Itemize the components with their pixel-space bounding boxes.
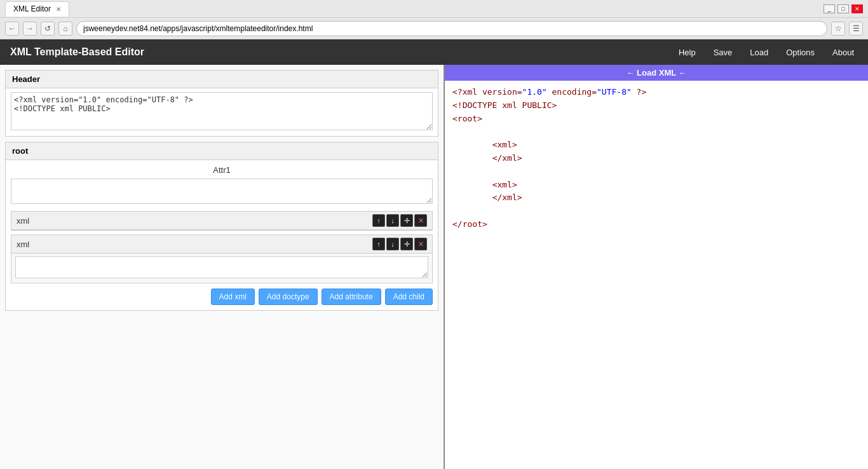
menu-help[interactable]: Help [675, 45, 700, 60]
add-child-btn[interactable]: Add child [385, 289, 433, 305]
xml-element-name-2: xml [17, 240, 372, 249]
elem-settings-btn-1[interactable]: ✕ [414, 214, 427, 227]
attr-label: Attr1 [213, 165, 230, 175]
xml-declaration: <?xml version="1.0" encoding="UTF-8" ?> [452, 87, 646, 97]
browser-toolbar: ← → ↺ ⌂ ☆ ☰ [0, 18, 868, 39]
app-body: Header <?xml version="1.0" encoding="UTF… [0, 65, 868, 469]
root-section-body: Attr1 xml ↑ ↓ ✛ ✕ [6, 160, 438, 310]
element-buttons-2: ↑ ↓ ✛ ✕ [372, 238, 427, 250]
elem-down-btn-2[interactable]: ↓ [386, 238, 399, 250]
header-section-title: Header [6, 71, 438, 88]
back-btn[interactable]: ← [5, 22, 19, 36]
xml-element-name-1: xml [17, 216, 372, 226]
xml-el2-close: </xml> [492, 193, 522, 202]
xml-preview-header: ← Load XML ← [445, 65, 868, 81]
elem-move-btn-2[interactable]: ✛ [400, 238, 413, 250]
forward-btn[interactable]: → [23, 22, 37, 36]
browser-titlebar: XML Editor ✕ _ □ ✕ [0, 0, 868, 18]
xml-content-textarea-2[interactable] [15, 256, 428, 278]
tab-close-btn[interactable]: ✕ [56, 6, 61, 13]
close-btn[interactable]: ✕ [851, 4, 863, 13]
elem-down-btn-1[interactable]: ↓ [386, 214, 399, 227]
header-section-content: <?xml version="1.0" encoding="UTF-8" ?> … [6, 88, 438, 136]
attr-row: Attr1 [11, 165, 433, 175]
right-panel: ← Load XML ← <?xml version="1.0" encodin… [445, 65, 868, 469]
xml-root-open: <root> [452, 114, 482, 123]
xml-preview-body: <?xml version="1.0" encoding="UTF-8" ?> … [445, 81, 868, 469]
star-btn[interactable]: ☆ [831, 22, 845, 36]
menu-options[interactable]: Options [782, 45, 818, 60]
app-menu: Help Save Load Options About [675, 45, 858, 60]
header-textarea[interactable]: <?xml version="1.0" encoding="UTF-8" ?> … [11, 92, 433, 130]
xml-el2-open: <xml> [492, 180, 517, 189]
element-buttons-1: ↑ ↓ ✛ ✕ [372, 214, 427, 227]
elem-settings-btn-2[interactable]: ✕ [414, 238, 427, 250]
menu-btn[interactable]: ☰ [849, 22, 863, 36]
xml-element-header-1: xml ↑ ↓ ✛ ✕ [11, 212, 432, 230]
xml-doctype: <!DOCTYPE xml PUBLIC> [452, 100, 557, 110]
attr-textarea[interactable] [11, 179, 433, 204]
window-controls: _ □ ✕ [824, 4, 863, 13]
action-buttons: Add xml Add doctype Add attribute Add ch… [11, 289, 433, 305]
maximize-btn[interactable]: □ [837, 4, 849, 13]
xml-element-content-2 [11, 254, 432, 283]
add-xml-btn[interactable]: Add xml [211, 289, 255, 305]
tab-bar: XML Editor ✕ [5, 1, 69, 17]
home-btn[interactable]: ⌂ [58, 22, 72, 36]
root-section: root Attr1 xml ↑ ↓ ✛ ✕ [5, 142, 438, 311]
menu-save[interactable]: Save [710, 45, 736, 60]
elem-up-btn-1[interactable]: ↑ [372, 214, 385, 227]
minimize-btn[interactable]: _ [824, 4, 835, 13]
browser-tab[interactable]: XML Editor ✕ [5, 1, 69, 17]
xml-root-close: </root> [452, 219, 487, 229]
tab-title: XML Editor [13, 4, 51, 13]
elem-move-btn-1[interactable]: ✛ [400, 214, 413, 227]
menu-load[interactable]: Load [746, 45, 772, 60]
address-bar[interactable] [76, 21, 827, 36]
reload-btn[interactable]: ↺ [41, 22, 55, 36]
xml-el1-open: <xml> [492, 140, 517, 149]
xml-element-header-2: xml ↑ ↓ ✛ ✕ [11, 235, 432, 254]
add-doctype-btn[interactable]: Add doctype [259, 289, 318, 305]
left-panel: Header <?xml version="1.0" encoding="UTF… [0, 65, 445, 469]
menu-about[interactable]: About [829, 45, 858, 60]
add-attribute-btn[interactable]: Add attribute [322, 289, 381, 305]
xml-element-row-1: xml ↑ ↓ ✛ ✕ [11, 211, 433, 231]
header-section: Header <?xml version="1.0" encoding="UTF… [5, 70, 438, 137]
app-title: XML Template-Based Editor [10, 46, 675, 58]
xml-element-row-2: xml ↑ ↓ ✛ ✕ [11, 234, 433, 283]
root-section-title: root [6, 142, 438, 160]
xml-el1-close: </xml> [492, 153, 522, 163]
app-header: XML Template-Based Editor Help Save Load… [0, 39, 868, 65]
elem-up-btn-2[interactable]: ↑ [372, 238, 385, 250]
